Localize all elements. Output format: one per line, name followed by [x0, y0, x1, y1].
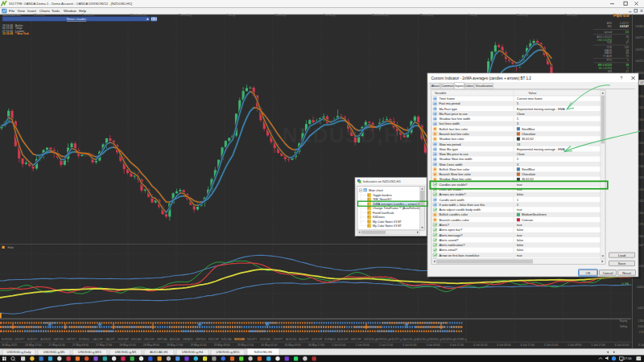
svg-text:CADJPY: CADJPY: [105, 338, 115, 341]
svg-text:Inputs: Inputs: [455, 84, 463, 88]
svg-text:Value: Value: [529, 91, 538, 95]
svg-text:28 May 17:00: 28 May 17:00: [167, 343, 183, 347]
svg-text:USDCHF: USDCHF: [144, 338, 155, 341]
svg-text:SteelBlue: SteelBlue: [522, 128, 535, 131]
svg-text:Save: Save: [618, 261, 626, 265]
svg-text:0: 0: [627, 59, 629, 62]
svg-text:Slow Ma type: Slow Ma type: [440, 147, 458, 151]
svg-text:Wednesday: Wednesday: [372, 13, 389, 17]
svg-text:3 Jun 09:00: 3 Jun 09:00: [426, 343, 440, 347]
svg-text:Hide: Hide: [8, 246, 14, 249]
svg-text:Toggle borders: Toggle borders: [373, 194, 392, 197]
svg-text:36,62,62: 36,62,62: [522, 138, 534, 141]
svg-text:3 Jun 01:00: 3 Jun 01:00: [402, 343, 416, 347]
svg-text:FixedChartScale: FixedChartScale: [373, 212, 394, 215]
svg-text:GBPNZD: GBPNZD: [196, 338, 207, 341]
svg-text:TDR: TDR: [607, 41, 613, 44]
svg-text:27 May 17:00: 27 May 17:00: [96, 343, 112, 347]
svg-text:YY ADR: YY ADR: [603, 55, 613, 58]
svg-text:30 May 09:00: 30 May 09:00: [285, 343, 301, 347]
svg-text:My Color Notes V3 BT: My Color Notes V3 BT: [373, 220, 402, 224]
svg-text:-0.002: -0.002: [638, 306, 644, 310]
svg-text:Candles are visible?: Candles are visible?: [440, 183, 469, 187]
svg-text:Wednesday: Wednesday: [130, 13, 147, 17]
svg-text:Thursday: Thursday: [179, 13, 192, 17]
svg-text:EURUSD: EURUSD: [2, 338, 13, 341]
svg-text:Common: Common: [441, 84, 453, 88]
svg-text:0.61172: 0.61172: [620, 22, 629, 25]
svg-text:5 Jun 09:00: 5 Jun 09:00: [568, 343, 581, 347]
svg-text:EURAUD: EURAUD: [324, 338, 336, 341]
svg-text:false: false: [517, 228, 523, 232]
svg-text:Selling: Selling: [620, 325, 627, 328]
svg-text:27 May 01:00: 27 May 01:00: [49, 343, 65, 347]
svg-text:USDSGD-g,M1: USDSGD-g,M1: [115, 350, 137, 354]
svg-text:Exponential moving average - E: Exponential moving average - EMA: [517, 148, 565, 151]
svg-text:MediumSeaGreen: MediumSeaGreen: [522, 213, 547, 216]
svg-text:USDSGD-g,M15: USDSGD-g,M15: [217, 350, 240, 354]
svg-text:Alerts open bar?: Alerts open bar?: [440, 228, 463, 232]
svg-text:PTO: PTO: [607, 59, 613, 62]
svg-text:My Color Notes V3 BT: My Color Notes V3 BT: [373, 224, 402, 228]
svg-text:Fast ma period: Fast ma period: [440, 101, 460, 105]
svg-text:USDSGD-g,M15: USDSGD-g,M15: [78, 350, 101, 354]
svg-text:147: 147: [640, 81, 644, 84]
svg-text:AUDCAD,H1: AUDCAD,H1: [150, 350, 167, 354]
svg-text:13: 13: [517, 143, 520, 146]
svg-text:29 May 01:00: 29 May 01:00: [190, 343, 206, 347]
svg-text:Arrow on first bars true=false: Arrow on first bars true=false: [440, 253, 480, 257]
svg-text:true: true: [517, 254, 522, 257]
svg-text:Tuesday: Tuesday: [565, 13, 577, 17]
svg-text:Window: Window: [64, 9, 76, 13]
svg-text:2.5: 2.5: [625, 31, 630, 34]
svg-text:Shadow fast line width: Shadow fast line width: [440, 117, 471, 121]
svg-text:true: true: [517, 224, 522, 227]
svg-text:2 Jun 09:00: 2 Jun 09:00: [356, 343, 369, 347]
svg-text:false: false: [517, 249, 523, 252]
svg-text:0.61725: 0.61725: [635, 60, 644, 63]
svg-text:EURCHF: EURCHF: [312, 338, 322, 341]
svg-text:If auto width + false then use: If auto width + false then use this: [440, 203, 485, 207]
svg-text:Shadow fast color: Shadow fast color: [440, 137, 465, 141]
svg-text:false: false: [517, 193, 523, 196]
svg-text:4 Jun 09:00: 4 Jun 09:00: [497, 343, 510, 347]
svg-text:Bullish fast line color: Bullish fast line color: [440, 127, 469, 131]
svg-text:47: 47: [626, 70, 630, 73]
svg-text:NZDJPY: NZDJPY: [247, 338, 258, 341]
svg-text:Cancel: Cancel: [603, 271, 613, 275]
svg-text:Arrows are visible?: Arrows are visible?: [440, 192, 467, 196]
svg-text:Monday: Monday: [275, 13, 287, 17]
svg-text:Slow ma period: Slow ma period: [440, 142, 461, 146]
svg-text:EURJPY: EURJPY: [27, 338, 38, 341]
svg-text:2 Jun 17:00: 2 Jun 17:00: [379, 343, 393, 347]
svg-text:73: 73: [626, 55, 630, 58]
svg-text:5 Jun 01:00: 5 Jun 01:00: [544, 343, 558, 347]
svg-text:Ma Fast price to use: Ma Fast price to use: [440, 112, 468, 116]
svg-text:Tools: Tools: [52, 9, 60, 13]
svg-text:USDHKD-g: USDHKD-g: [428, 338, 442, 341]
svg-text:5: 5: [517, 158, 518, 161]
svg-text:Slow Lines width: Slow Lines width: [440, 162, 463, 167]
svg-text:Exponential moving average - E: Exponential moving average - EMA: [517, 108, 565, 111]
svg-text:28 May 09:00: 28 May 09:00: [143, 343, 159, 347]
svg-text:GBPUSD: GBPUSD: [53, 338, 64, 341]
svg-text:Bearish candles color: Bearish candles color: [440, 218, 470, 222]
svg-text:NZDCHF: NZDCHF: [208, 338, 219, 341]
svg-text:USDCAD: USDCAD: [131, 338, 142, 341]
svg-text:Load: Load: [618, 253, 626, 257]
svg-text:XAUUSD-g: XAUUSD-g: [402, 338, 415, 341]
svg-text:Monday: Monday: [34, 13, 45, 17]
svg-text:GBPCHF: GBPCHF: [350, 338, 361, 341]
svg-text:Indicators on NZDUSD,H1: Indicators on NZDUSD,H1: [363, 179, 402, 183]
svg-text:Candle wick width: Candle wick width: [440, 198, 464, 202]
svg-text:Thursday: Thursday: [420, 13, 434, 17]
svg-text:0.61800: 0.61800: [635, 25, 644, 28]
svg-text:Custom Indicator - 2xMA averag: Custom Indicator - 2xMA averages (candle…: [431, 76, 532, 80]
svg-text:Auto adjust candle body width: Auto adjust candle body width: [440, 208, 481, 212]
svg-text:Colors: Colors: [464, 84, 473, 88]
svg-text:Chocolate: Chocolate: [522, 173, 535, 176]
svg-text:Alerts sound?: Alerts sound?: [440, 238, 460, 242]
svg-text:Friday: Friday: [469, 13, 477, 17]
svg-text:Monday: Monday: [517, 13, 528, 17]
svg-text:AUDCAD: AUDCAD: [170, 338, 181, 341]
